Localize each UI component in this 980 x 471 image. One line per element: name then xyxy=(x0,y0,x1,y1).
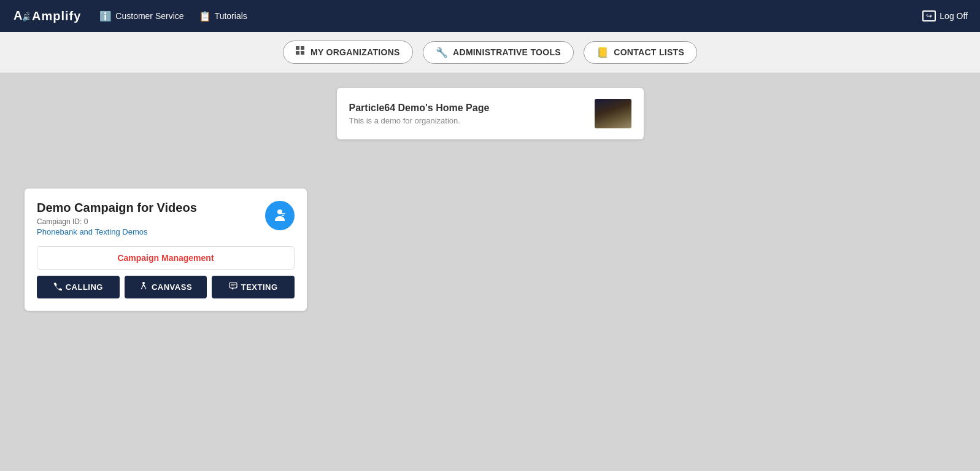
campaign-actions: CALLING CANVASS xyxy=(37,276,295,298)
svg-text:🔊: 🔊 xyxy=(22,12,29,22)
texting-button[interactable]: TEXTING xyxy=(212,276,295,298)
my-organizations-pill[interactable]: MY ORGANIZATIONS xyxy=(283,41,413,64)
campaign-description: Phonebank and Texting Demos xyxy=(37,227,197,236)
logout-icon: ↪ xyxy=(922,10,936,21)
campaign-badge xyxy=(265,201,295,230)
org-info: Particle64 Demo's Home Page This is a de… xyxy=(349,103,585,125)
org-thumb-image xyxy=(595,99,631,128)
svg-rect-8 xyxy=(230,282,237,288)
tutorials-link[interactable]: 📋 Tutorials xyxy=(199,10,247,22)
document-icon: 📋 xyxy=(199,10,211,22)
logo-text: Amplify xyxy=(32,9,81,23)
logo-icon: A 🔊 xyxy=(12,6,29,26)
org-subtitle: This is a demo for organization. xyxy=(349,116,585,125)
svg-point-7 xyxy=(142,282,145,284)
info-icon: ℹ️ xyxy=(99,10,112,22)
contacts-icon: 📒 xyxy=(596,47,609,58)
svg-rect-4 xyxy=(301,46,304,50)
canvass-button[interactable]: CANVASS xyxy=(125,276,207,298)
svg-rect-5 xyxy=(301,51,304,55)
administrative-tools-pill[interactable]: 🔧 ADMINISTRATIVE TOOLS xyxy=(423,41,574,64)
calling-button[interactable]: CALLING xyxy=(37,276,120,298)
message-icon xyxy=(229,282,237,292)
campaign-card: Demo Campaign for Videos Campiagn ID: 0 … xyxy=(25,189,307,311)
svg-point-6 xyxy=(277,209,282,214)
campaign-management-button[interactable]: Campaign Management xyxy=(37,246,295,270)
top-nav-bar: A 🔊 Amplify ℹ️ Customer Service 📋 Tutori… xyxy=(0,0,980,32)
svg-marker-11 xyxy=(231,288,234,290)
main-content: Particle64 Demo's Home Page This is a de… xyxy=(0,73,980,471)
org-thumbnail xyxy=(595,99,631,128)
svg-rect-2 xyxy=(296,46,299,50)
grid-icon xyxy=(296,46,306,58)
org-card[interactable]: Particle64 Demo's Home Page This is a de… xyxy=(337,88,644,139)
app-logo[interactable]: A 🔊 Amplify xyxy=(12,6,81,26)
org-title: Particle64 Demo's Home Page xyxy=(349,103,585,114)
campaign-id: Campiagn ID: 0 xyxy=(37,217,197,226)
svg-rect-3 xyxy=(296,51,299,55)
log-off-button[interactable]: ↪ Log Off xyxy=(922,10,968,21)
campaign-info: Demo Campaign for Videos Campiagn ID: 0 … xyxy=(37,201,197,236)
campaign-title: Demo Campaign for Videos xyxy=(37,201,197,215)
svg-text:A: A xyxy=(14,9,22,22)
phone-icon xyxy=(53,282,62,292)
campaign-header: Demo Campaign for Videos Campiagn ID: 0 … xyxy=(37,201,295,236)
walk-icon xyxy=(139,282,148,292)
contact-lists-pill[interactable]: 📒 CONTACT LISTS xyxy=(584,41,697,64)
secondary-nav-bar: MY ORGANIZATIONS 🔧 ADMINISTRATIVE TOOLS … xyxy=(0,32,980,73)
wrench-icon: 🔧 xyxy=(436,47,448,58)
customer-service-link[interactable]: ℹ️ Customer Service xyxy=(99,10,183,22)
